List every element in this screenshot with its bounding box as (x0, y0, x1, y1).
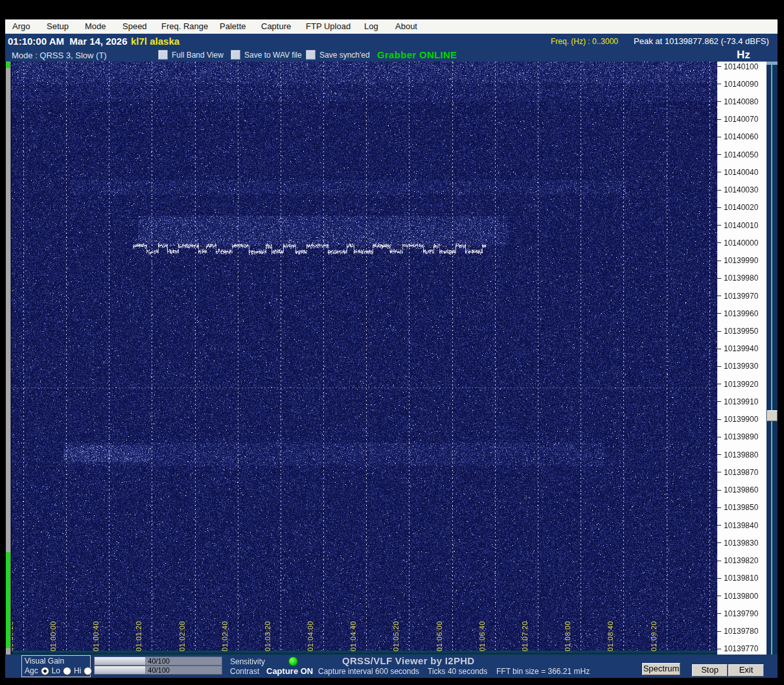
contrast-slider-fill (95, 666, 145, 674)
menu-item[interactable]: Capture (259, 19, 294, 34)
freq-tick-row: 10140070 (717, 115, 767, 124)
checkbox-box-icon[interactable] (231, 50, 240, 60)
exit-button[interactable]: Exit (728, 664, 764, 677)
spectrum-button[interactable]: Spectrum (642, 663, 680, 675)
freq-tick-label: 10139950 (724, 327, 758, 336)
app-title: QRSS/VLF Viewer by I2PHD (342, 655, 475, 666)
tick-mark (717, 207, 721, 208)
tick-mark (717, 631, 721, 632)
freq-tick-row: 10139810 (717, 574, 767, 583)
freq-tick-row: 10139970 (717, 292, 767, 300)
tick-mark (717, 66, 721, 67)
freq-tick-label: 10139940 (724, 344, 758, 353)
fft-info-label: FFT bin size = 366.21 mHz (496, 667, 590, 676)
mode-bar: Mode : QRSS 3, Slow (T) Full Band View S… (5, 49, 778, 62)
info-bar: 01:10:00 AM Mar 14, 2026 kl7l alaska Fre… (5, 34, 778, 49)
checkbox-label: Full Band View (172, 51, 224, 60)
freq-tick-row: 10139830 (717, 539, 767, 547)
freq-tick-label: 10140050 (724, 150, 758, 159)
freq-tick-row: 10139960 (717, 309, 767, 318)
contrast-slider[interactable]: 40/100 (94, 666, 222, 675)
freq-tick-label: 10139850 (724, 503, 758, 512)
freq-tick-label: 10139800 (724, 592, 758, 601)
sensitivity-slider[interactable]: 40/100 (94, 656, 222, 666)
menu-item[interactable]: Speed (120, 19, 150, 34)
menu-item[interactable]: Log (362, 19, 381, 34)
status-bar: Visual Gain Agc Lo Hi 40/100 40/100 Sens… (5, 655, 778, 678)
freq-tick-row: 10140050 (717, 150, 767, 159)
peak-readout: Peak at 10139877.862 (-73.4 dBFS) (634, 36, 769, 46)
freq-tick-label: 10139880 (724, 450, 758, 459)
callsign-label: kl7l alaska (131, 36, 179, 47)
tick-mark (717, 190, 721, 191)
freq-tick-label: 10139970 (724, 292, 758, 301)
checkbox-full-band-view[interactable]: Full Band View (158, 50, 224, 60)
visual-gain-label: Visual Gain (25, 656, 87, 666)
freq-tick-label: 10139960 (724, 309, 758, 318)
tick-mark (717, 154, 721, 155)
tick-mark (717, 172, 721, 172)
checkbox-save-synched[interactable]: Save synch'ed (306, 50, 370, 60)
tick-mark (717, 613, 721, 614)
radio-hi[interactable] (84, 667, 92, 675)
freq-tick-row: 10140000 (717, 238, 767, 247)
tick-mark (717, 384, 721, 384)
sensitivity-value: 40/100 (148, 657, 170, 665)
axis-unit-label: Hz (737, 49, 750, 62)
freq-tick-label: 10139820 (724, 556, 758, 565)
sensitivity-label: Sensitivity (230, 657, 265, 666)
tick-mark (717, 437, 721, 437)
menu-item[interactable]: Palette (217, 19, 248, 34)
radio-agc[interactable] (41, 667, 49, 675)
checkbox-save-wav[interactable]: Save to WAV file (231, 50, 302, 60)
stop-button[interactable]: Stop (692, 664, 728, 677)
freq-tick-row: 10140090 (717, 80, 767, 88)
freq-tick-label: 10139870 (724, 468, 758, 477)
freq-tick-label: 10139910 (724, 397, 758, 406)
frequency-marker-track[interactable] (767, 62, 778, 655)
freq-tick-row: 10140060 (717, 133, 767, 141)
checkbox-box-icon[interactable] (306, 50, 316, 60)
checkbox-box-icon[interactable] (158, 50, 168, 60)
tick-mark (717, 225, 721, 226)
marker-track-line (771, 62, 772, 655)
tick-mark (717, 261, 721, 261)
freq-tick-row: 10139860 (717, 486, 767, 494)
freq-tick-row: 10139840 (717, 521, 767, 529)
freq-tick-label: 10139930 (724, 362, 758, 371)
menu-item[interactable]: Freq. Range (159, 19, 211, 34)
frequency-marker-thumb[interactable] (767, 410, 778, 421)
tick-mark (717, 119, 721, 120)
freq-tick-row: 10140030 (717, 186, 767, 194)
freq-tick-row: 10139920 (717, 380, 767, 388)
freq-tick-label: 10139770 (724, 644, 758, 653)
menu-item[interactable]: Argo (10, 19, 32, 34)
freq-tick-row: 10140020 (717, 203, 767, 212)
freq-tick-row: 10139990 (717, 257, 767, 265)
tick-mark (717, 507, 721, 508)
freq-tick-label: 10139840 (724, 521, 758, 530)
menu-item[interactable]: Setup (44, 19, 71, 34)
capture-progress-bar (5, 62, 12, 655)
radio-label-agc: Agc (25, 666, 38, 675)
freq-tick-label: 10139790 (724, 609, 758, 618)
menu-item[interactable]: About (393, 19, 420, 34)
freq-tick-label: 10139830 (724, 539, 758, 548)
menu-item[interactable]: FTP Upload (303, 19, 353, 34)
mode-label: Mode : QRSS 3, Slow (T) (12, 51, 107, 60)
contrast-label: Contrast (230, 667, 259, 676)
tick-mark (717, 596, 721, 596)
radio-lo[interactable] (63, 667, 71, 675)
menu-item[interactable]: Mode (82, 19, 109, 34)
freq-tick-label: 10140090 (724, 80, 758, 89)
freq-tick-label: 10140010 (724, 221, 758, 230)
ticks-info-label: Ticks 40 seconds (428, 667, 487, 676)
waterfall-canvas (12, 62, 717, 655)
visual-gain-group: Visual Gain Agc Lo Hi (21, 655, 91, 677)
tick-mark (717, 454, 721, 455)
freq-tick-row: 10139820 (717, 557, 767, 565)
freq-tick-row: 10139780 (717, 627, 767, 636)
freq-tick-row: 10139790 (717, 609, 767, 618)
tick-mark (717, 313, 721, 314)
freq-tick-label: 10140060 (724, 132, 758, 141)
